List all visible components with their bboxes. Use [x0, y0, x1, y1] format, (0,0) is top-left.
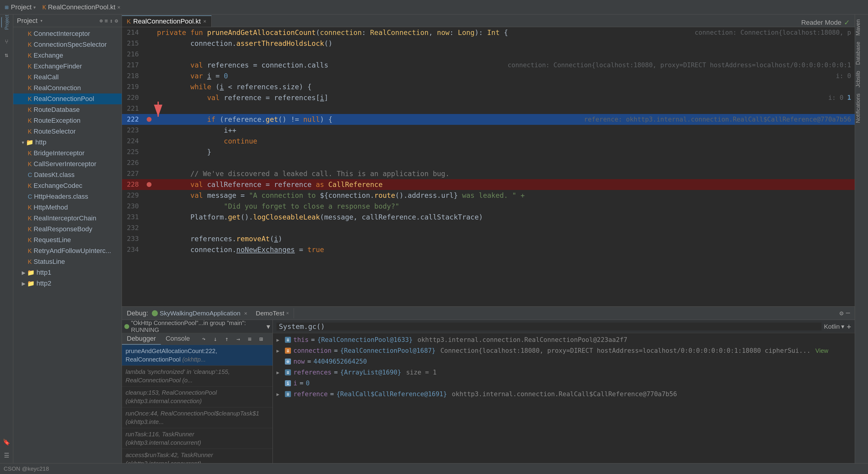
debug-frame-item[interactable]: runTask:116, TaskRunner (okhttp3.interna… [122, 428, 273, 449]
var-row-this[interactable]: ▶ ≡ this = {RealConnectionPool@1633} okh… [273, 334, 855, 345]
console-tab[interactable]: Console [161, 333, 195, 345]
sidebar-item-pullrequests[interactable]: ⇅ [1, 49, 12, 60]
line-content: private fun pruneAndGetAllocationCount(c… [155, 27, 691, 38]
right-icon-maven[interactable]: Maven [855, 17, 868, 38]
var-expander-icon[interactable]: ▶ [276, 348, 282, 354]
tree-item-dateskt[interactable]: C DatesKt.class [13, 169, 122, 180]
var-row-connection[interactable]: ▶ ≡ connection = {RealConnectionPool@168… [273, 345, 855, 356]
filter-icon[interactable]: ▼ [267, 323, 270, 330]
file-tab-close[interactable]: × [117, 4, 120, 10]
var-type-icon: ≡ [285, 337, 291, 343]
editor-tab-realconnectionpool[interactable]: K RealConnectionPool.kt × [122, 15, 212, 27]
tree-item-connectinterceptor[interactable]: K ConnectInterceptor [13, 28, 122, 39]
var-expander-icon[interactable]: ▶ [276, 392, 282, 397]
debugger-tab-label: Debugger [127, 335, 156, 342]
tree-item-realresponsebody[interactable]: K RealResponseBody [13, 224, 122, 235]
debugger-tab[interactable]: Debugger [122, 333, 161, 345]
tree-item-bridgeinterceptor[interactable]: K BridgeInterceptor [13, 148, 122, 159]
debug-frame-item[interactable]: runOnce:44, RealConnectionPool$cleanupTa… [122, 407, 273, 428]
status-text: CSON @keyc218 [4, 466, 49, 472]
tree-item-http-folder[interactable]: ▾ 📁 http [13, 137, 122, 148]
tree-item-routedatabase[interactable]: K RouteDatabase [13, 104, 122, 115]
tree-item-httpheaders[interactable]: C HttpHeaders.class [13, 191, 122, 202]
line-number: 231 [122, 212, 144, 223]
debug-tab-demotest[interactable]: DemoTest × [251, 308, 294, 318]
var-row-references[interactable]: ▶ ≡ references = {ArrayList@1690} size =… [273, 367, 855, 378]
tree-item-http2-folder[interactable]: ▶ 📁 http2 [13, 278, 122, 289]
tree-item-realconnectionpool[interactable]: K RealConnectionPool [13, 94, 122, 104]
debug-settings-icon[interactable]: ⚙ [840, 309, 843, 317]
tree-item-routeselector[interactable]: K RouteSelector [13, 126, 122, 137]
code-editor[interactable]: 214 private fun pruneAndGetAllocationCou… [122, 27, 855, 306]
console-input-field[interactable] [276, 323, 822, 331]
debug-frame-item[interactable]: access$runTask:42, TaskRunner (okhttp3.i… [122, 449, 273, 463]
tab-close-icon[interactable]: × [203, 19, 207, 25]
debug-frame-item[interactable]: lambda 'synchronized' in 'cleanup':155, … [122, 366, 273, 386]
tree-item-statusline[interactable]: K StatusLine [13, 256, 122, 267]
view-link[interactable]: View [815, 347, 829, 354]
code-line-232: 232 [122, 223, 855, 233]
code-line-231: 231 Platform.get().logCloseableLeak(mess… [122, 212, 855, 223]
tree-item-realinterceptorchain[interactable]: K RealInterceptorChain [13, 213, 122, 224]
file-tab[interactable]: K RealConnectionPool.kt × [42, 3, 121, 11]
project-panel: Project ▾ ⊕ ≡ ↕ ⚙ K ConnectInterceptor K… [13, 14, 122, 463]
debug-minimize-icon[interactable]: ─ [846, 309, 850, 317]
tree-item-retryandfollowup[interactable]: K RetryAndFollowUpInterc... [13, 245, 122, 256]
step-out-btn[interactable]: ↑ [221, 334, 232, 344]
tree-item-routeexception[interactable]: K RouteException [13, 115, 122, 126]
var-expander-icon[interactable]: ▶ [276, 370, 282, 375]
panel-settings-icon[interactable]: ⚙ [115, 18, 118, 24]
step-into-btn[interactable]: ↓ [210, 334, 221, 344]
evaluate-btn[interactable]: ≡ [244, 334, 255, 344]
kt-file-icon: K [28, 30, 32, 37]
debug-frame-item[interactable]: pruneAndGetAllocationCount:222, RealConn… [122, 345, 273, 366]
var-row-i[interactable]: i i = 0 [273, 378, 855, 389]
panel-icon-3[interactable]: ↕ [110, 18, 113, 24]
tree-item-requestline[interactable]: K RequestLine [13, 235, 122, 245]
sidebar-item-commit[interactable]: ⑂ [1, 36, 12, 47]
step-over-btn[interactable]: ↷ [198, 334, 209, 344]
line-content [155, 49, 855, 60]
var-row-now[interactable]: ⊙ now = 44049652664250 [273, 356, 855, 367]
tree-item-callserverinterceptor[interactable]: K CallServerInterceptor [13, 159, 122, 169]
line-content: while (i < references.size) { [155, 81, 855, 92]
panel-icon-1[interactable]: ⊕ [100, 18, 103, 24]
panel-icon-2[interactable]: ≡ [104, 18, 108, 24]
add-watch-btn[interactable]: + [847, 322, 851, 331]
right-icon-jcbslib[interactable]: Jcbslib [855, 68, 868, 90]
tree-item-realcall[interactable]: K RealCall [13, 72, 122, 82]
line-number: 217 [122, 60, 144, 71]
code-line-222: 222 if (reference.get() != null) { refer… [122, 114, 855, 125]
line-number: 224 [122, 136, 144, 146]
tree-item-exchangefinder[interactable]: K ExchangeFinder [13, 61, 122, 72]
project-tree: K ConnectInterceptor K ConnectionSpecSel… [13, 27, 122, 463]
debug-frame-item[interactable]: cleanup:153, RealConnectionPool (okhttp3… [122, 386, 273, 407]
language-selector[interactable]: Kotlin ▾ [824, 323, 844, 330]
debug-test-close[interactable]: × [286, 311, 289, 316]
sidebar-item-structure[interactable]: ☰ [1, 450, 12, 461]
frames-btn[interactable]: ⊞ [256, 334, 267, 344]
tree-item-exchangecodec[interactable]: K ExchangeCodec [13, 180, 122, 191]
editor-area: K RealConnectionPool.kt × Reader Mode ✓ … [122, 14, 855, 463]
tree-item-realconnection[interactable]: K RealConnection [13, 82, 122, 94]
code-line-221: 221 [122, 103, 855, 114]
line-number: 221 [122, 103, 144, 114]
right-icon-database[interactable]: Database [855, 39, 868, 67]
tree-item-http1-folder[interactable]: ▶ 📁 http1 [13, 267, 122, 278]
var-equals: = [300, 380, 304, 387]
frame-text: access$runTask:42, TaskRunner (okhttp3.i… [126, 451, 269, 463]
var-row-reference[interactable]: ▶ ≡ reference = {RealCall$CallReference@… [273, 389, 855, 400]
run-status-area: "OkHttp ConnectionPool"...in group "main… [124, 320, 270, 334]
tree-item-httpmethod[interactable]: K HttpMethod [13, 202, 122, 213]
project-tree-icon: Project [4, 15, 10, 30]
right-icon-notifications[interactable]: Notifications [855, 91, 868, 126]
sidebar-item-project[interactable]: Project [1, 17, 12, 28]
line-content: connection.assertThreadHoldsLock() [155, 38, 855, 49]
code-line-228: 228 val callReference = reference as Cal… [122, 179, 855, 190]
debug-app-close[interactable]: × [244, 310, 247, 316]
run-to-cursor-btn[interactable]: → [233, 334, 244, 344]
sidebar-item-bookmarks[interactable]: 🔖 [1, 437, 12, 447]
tree-item-connectionspecselector[interactable]: K ConnectionSpecSelector [13, 39, 122, 50]
var-expander-icon[interactable]: ▶ [276, 337, 282, 343]
tree-item-exchange[interactable]: K Exchange [13, 50, 122, 61]
